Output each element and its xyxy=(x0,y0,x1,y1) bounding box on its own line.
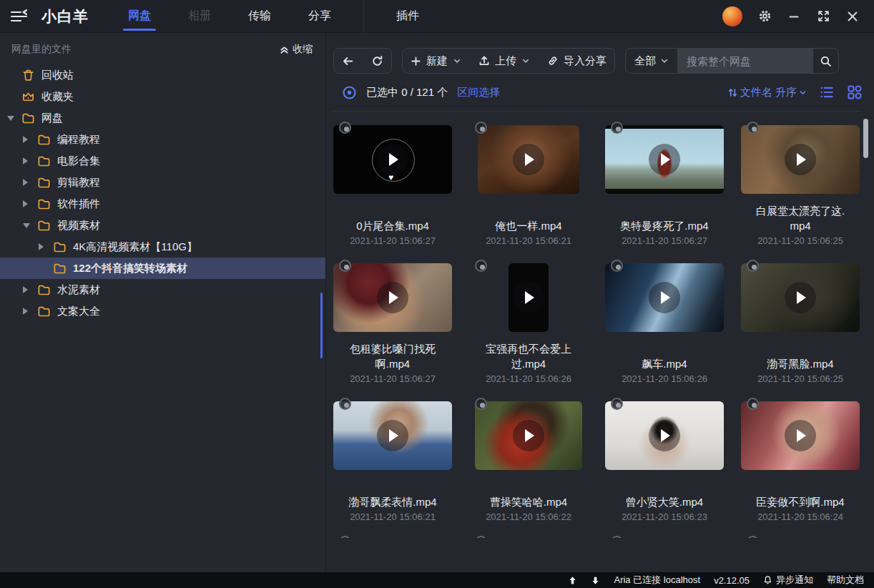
tab-transfer[interactable]: 传输 xyxy=(242,0,278,33)
tab-drive[interactable]: 网盘 xyxy=(122,0,157,33)
select-circle-icon[interactable] xyxy=(747,398,759,410)
range-select-link[interactable]: 区间选择 xyxy=(457,86,500,99)
expand-arrow-icon[interactable] xyxy=(23,179,37,186)
async-notice-button[interactable]: 异步通知 xyxy=(763,574,813,587)
video-thumbnail[interactable] xyxy=(478,125,579,194)
async-notice-label: 异步通知 xyxy=(776,574,813,587)
video-thumbnail[interactable] xyxy=(333,401,452,470)
file-card[interactable]: 渤哥飘柔表情.mp4 2021-11-20 15:06:21 xyxy=(332,401,453,522)
select-circle-icon[interactable] xyxy=(475,260,487,272)
sidebar-scrollbar[interactable] xyxy=(320,293,323,358)
sidebar-item-recycle-bin[interactable]: 回收站 xyxy=(0,64,325,86)
import-share-button[interactable]: 导入分享 xyxy=(539,49,614,73)
main-scrollbar[interactable] xyxy=(863,119,868,158)
tab-plugins[interactable]: 插件 xyxy=(390,0,426,33)
search-scope-dropdown[interactable]: 全部 xyxy=(626,49,678,73)
file-card[interactable]: 0片尾合集.mp4 2021-11-20 15:06:27 xyxy=(332,125,453,246)
back-button[interactable] xyxy=(334,49,362,73)
select-circle-icon[interactable] xyxy=(747,536,759,538)
sidebar-item-label: 收藏夹 xyxy=(41,90,74,104)
sidebar-item-copywriting[interactable]: 文案大全 xyxy=(0,300,325,322)
minimize-button[interactable] xyxy=(787,9,801,24)
video-thumbnail[interactable] xyxy=(741,125,860,194)
file-date: 2021-11-20 15:06:25 xyxy=(740,235,861,246)
refresh-button[interactable] xyxy=(363,49,391,73)
video-thumbnail[interactable] xyxy=(333,125,452,194)
user-avatar[interactable] xyxy=(722,6,742,26)
maximize-button[interactable] xyxy=(816,9,830,24)
sidebar-item-4k-material[interactable]: 4K高清视频素材【110G】 xyxy=(0,236,325,258)
settings-gear-icon[interactable] xyxy=(757,9,772,24)
list-view-icon[interactable] xyxy=(819,84,835,100)
file-date: 2021-11-20 15:06:27 xyxy=(332,373,453,384)
select-circle-icon[interactable] xyxy=(475,398,487,410)
upload-button[interactable]: 上传 xyxy=(471,49,538,73)
expand-arrow-icon[interactable] xyxy=(23,223,37,228)
aria-connection-status: Aria 已连接 localhost xyxy=(614,574,700,587)
folder-icon xyxy=(37,197,51,211)
file-card[interactable]: 俺也一样.mp4 2021-11-20 15:06:21 xyxy=(468,125,589,246)
select-circle-icon[interactable] xyxy=(475,122,487,134)
sidebar-item-douyin-material[interactable]: 122个抖音搞笑转场素材 xyxy=(0,258,325,279)
video-thumbnail[interactable] xyxy=(605,125,724,194)
sidebar-item-favorites[interactable]: 收藏夹 xyxy=(0,86,325,107)
search-button[interactable] xyxy=(812,49,838,73)
file-card[interactable]: 白展堂太漂亮了这.mp4 2021-11-20 15:06:25 xyxy=(740,125,861,246)
video-thumbnail[interactable] xyxy=(741,401,860,470)
sidebar-item-programming[interactable]: 编程教程 xyxy=(0,129,325,150)
file-card[interactable]: 包租婆比嗓门找死啊.mp4 2021-11-20 15:06:27 xyxy=(332,263,453,384)
expand-arrow-icon[interactable] xyxy=(23,286,37,293)
collapse-button[interactable]: 收缩 xyxy=(279,43,313,56)
video-thumbnail[interactable] xyxy=(509,263,549,332)
select-circle-icon[interactable] xyxy=(611,398,623,410)
select-circle-icon[interactable] xyxy=(611,536,623,538)
search-input[interactable] xyxy=(678,49,812,73)
expand-arrow-icon[interactable] xyxy=(39,243,53,250)
download-speed-icon[interactable] xyxy=(591,576,600,585)
sidebar-item-software[interactable]: 软件插件 xyxy=(0,193,325,215)
video-thumbnail[interactable] xyxy=(605,263,724,332)
sidebar-item-editing[interactable]: 剪辑教程 xyxy=(0,172,325,193)
sidebar-item-cement[interactable]: 水泥素材 xyxy=(0,279,325,300)
expand-arrow-icon[interactable] xyxy=(23,308,37,315)
video-thumbnail[interactable] xyxy=(741,263,860,332)
sidebar-item-video-material[interactable]: 视频素材 xyxy=(0,215,325,236)
select-circle-icon[interactable] xyxy=(475,536,487,538)
close-button[interactable] xyxy=(845,9,860,24)
sidebar-item-movies[interactable]: 电影合集 xyxy=(0,150,325,172)
play-icon xyxy=(377,420,408,451)
file-name: 0片尾合集.mp4 xyxy=(356,203,429,233)
file-card[interactable]: 宝强再也不会爱上过.mp4 2021-11-20 15:06:26 xyxy=(468,263,589,384)
select-all-circle-icon[interactable] xyxy=(342,85,357,100)
file-card[interactable]: 曹操笑哈哈.mp4 2021-11-20 15:06:22 xyxy=(468,401,589,522)
expand-arrow-icon[interactable] xyxy=(7,116,21,121)
file-card[interactable]: 奥特曼疼死了.mp4 2021-11-20 15:06:27 xyxy=(604,125,725,246)
select-circle-icon[interactable] xyxy=(611,122,623,134)
upload-speed-icon[interactable] xyxy=(568,576,577,585)
video-thumbnail[interactable] xyxy=(605,401,724,470)
file-card[interactable]: 臣妾做不到啊.mp4 2021-11-20 15:06:24 xyxy=(740,401,861,522)
new-button[interactable]: 新建 xyxy=(403,49,469,73)
sidebar-item-drive-root[interactable]: 网盘 xyxy=(0,107,325,129)
expand-arrow-icon[interactable] xyxy=(23,200,37,207)
grid-view-icon[interactable] xyxy=(847,84,863,100)
help-doc-link[interactable]: 帮助文档 xyxy=(827,574,864,587)
search-scope-label: 全部 xyxy=(634,54,656,68)
video-thumbnail[interactable] xyxy=(475,401,582,470)
menu-fold-icon[interactable] xyxy=(10,9,30,24)
select-circle-icon[interactable] xyxy=(339,536,351,538)
tab-share[interactable]: 分享 xyxy=(302,0,338,33)
file-card[interactable]: 曾小贤大笑.mp4 2021-11-20 15:06:23 xyxy=(604,401,725,522)
file-card[interactable]: 飙车.mp4 2021-11-20 15:06:26 xyxy=(604,263,725,384)
sort-control[interactable]: 文件名 升序 xyxy=(727,86,807,99)
select-circle-icon[interactable] xyxy=(747,260,759,272)
select-circle-icon[interactable] xyxy=(339,398,351,410)
expand-arrow-icon[interactable] xyxy=(23,157,37,165)
select-circle-icon[interactable] xyxy=(611,260,623,272)
video-thumbnail[interactable] xyxy=(333,263,452,332)
select-circle-icon[interactable] xyxy=(747,122,759,134)
expand-arrow-icon[interactable] xyxy=(23,136,37,143)
select-circle-icon[interactable] xyxy=(339,260,351,272)
file-card[interactable]: 渤哥黑脸.mp4 2021-11-20 15:06:25 xyxy=(740,263,861,384)
select-circle-icon[interactable] xyxy=(339,122,351,134)
